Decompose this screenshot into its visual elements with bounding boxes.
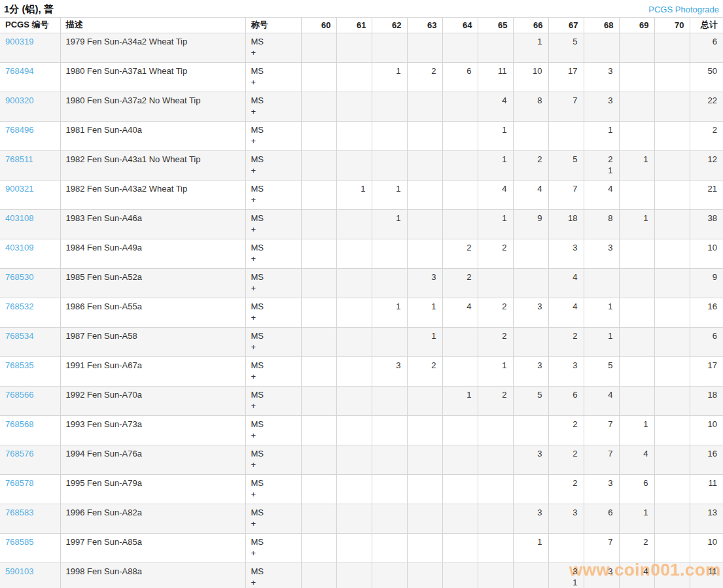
grade-61-count-cell: [336, 563, 372, 588]
coin-description: 1982 Fen Sun-A43a2 Wheat Tip: [60, 181, 245, 210]
pcgs-number-link[interactable]: 768585: [5, 536, 33, 547]
grade-61-count-cell: [336, 504, 372, 534]
grade-64-count-cell: [442, 328, 478, 357]
pcgs-number-link[interactable]: 768535: [5, 360, 33, 371]
grade-70-count-cell: [654, 33, 690, 63]
grade-62-count-cell: [372, 328, 407, 357]
grade-67-count-cell: 2: [548, 475, 584, 504]
coin-description: 1986 Fen Sun-A55a: [60, 298, 245, 328]
grade-68-count-cell: 6: [584, 504, 619, 534]
coin-description: 1983 Fen Sun-A46a: [60, 210, 245, 239]
page-title: 1分 (铝), 普: [4, 3, 54, 16]
pcgs-photograde-link[interactable]: PCGS Photograde: [648, 5, 719, 14]
grade-70-count-cell: [654, 92, 690, 122]
pcgs-number-link[interactable]: 768578: [5, 477, 33, 489]
grade-65-count-cell: 4: [478, 92, 513, 122]
grade-61-count-cell: [336, 122, 372, 151]
pcgs-number-link[interactable]: 403108: [5, 213, 33, 224]
grade-62-count-cell: 1: [372, 181, 407, 210]
grade-65-count-cell: 1: [478, 151, 513, 181]
grade-60-count-cell: [301, 33, 336, 63]
grade-64-count-cell: [442, 445, 478, 475]
grade-65-count-cell: 1: [478, 210, 513, 239]
total-count-cell: 6: [690, 33, 723, 63]
pcgs-number-cell: 768530: [0, 269, 60, 298]
pcgs-number-link[interactable]: 768530: [5, 271, 33, 283]
col-header-grade-68: 68: [584, 18, 619, 33]
pcgs-number-cell: 768494: [0, 63, 60, 92]
table-row: 4031081983 Fen Sun-A46aMS+119188138: [0, 210, 723, 239]
pcgs-number-cell: 768578: [0, 475, 60, 504]
grade-60-count-cell: [301, 122, 336, 151]
pcgs-number-link[interactable]: 590103: [5, 566, 33, 577]
grade-68-count-cell: 4: [584, 387, 619, 416]
pcgs-number-link[interactable]: 768583: [5, 507, 33, 518]
pcgs-number-link[interactable]: 900321: [5, 183, 33, 194]
grade-67-count-cell: 18: [548, 210, 584, 239]
total-count-cell: 9: [690, 269, 723, 298]
grade-61-count-cell: [336, 357, 372, 387]
col-header-description: 描述: [60, 18, 245, 33]
grade-63-count-cell: 1: [407, 298, 442, 328]
grade-60-count-cell: [301, 328, 336, 357]
pcgs-number-link[interactable]: 900320: [5, 95, 33, 106]
total-count-cell: 22: [690, 92, 723, 122]
grade-70-count-cell: [654, 210, 690, 239]
pcgs-number-link[interactable]: 768532: [5, 301, 33, 312]
pcgs-number-link[interactable]: 403109: [5, 242, 33, 253]
grade-60-count-cell: [301, 475, 336, 504]
designation-cell: MS+: [245, 239, 301, 269]
grade-68-count-cell: 1: [584, 298, 619, 328]
pcgs-number-link[interactable]: 768568: [5, 419, 33, 430]
total-count-cell: 10: [690, 239, 723, 269]
grade-69-count-cell: 1: [619, 210, 654, 239]
designation-cell: MS+: [245, 210, 301, 239]
grade-68-count-cell: 8: [584, 210, 619, 239]
pcgs-number-link[interactable]: 768496: [5, 124, 33, 135]
grade-68-count-cell: 1: [584, 122, 619, 151]
pcgs-number-cell: 768566: [0, 387, 60, 416]
grade-60-count-cell: [301, 269, 336, 298]
pcgs-number-link[interactable]: 768534: [5, 330, 33, 341]
pcgs-number-link[interactable]: 768511: [5, 154, 33, 165]
coin-description: 1995 Fen Sun-A79a: [60, 475, 245, 504]
grade-65-count-cell: 2: [478, 239, 513, 269]
pcgs-number-link[interactable]: 768494: [5, 65, 33, 77]
pcgs-number-cell: 768534: [0, 328, 60, 357]
designation-cell: MS+: [245, 151, 301, 181]
pcgs-number-cell: 768496: [0, 122, 60, 151]
table-row: 7685781995 Fen Sun-A79aMS+23611: [0, 475, 723, 504]
grade-63-count-cell: [407, 210, 442, 239]
grade-63-count-cell: [407, 534, 442, 563]
grade-63-count-cell: [407, 387, 442, 416]
grade-63-count-cell: [407, 504, 442, 534]
population-table: PCGS 编号描述称号6061626364656667686970总计 9003…: [0, 17, 723, 588]
total-count-cell: 50: [690, 63, 723, 92]
pcgs-number-link[interactable]: 768566: [5, 389, 33, 400]
col-header-grade-65: 65: [478, 18, 513, 33]
grade-69-count-cell: 4: [619, 445, 654, 475]
grade-65-count-cell: [478, 445, 513, 475]
grade-63-count-cell: [407, 92, 442, 122]
designation-cell: MS+: [245, 534, 301, 563]
grade-68-count-cell: 1: [584, 328, 619, 357]
grade-61-count-cell: [336, 151, 372, 181]
grade-70-count-cell: [654, 239, 690, 269]
pcgs-number-cell: 768583: [0, 504, 60, 534]
grade-69-count-cell: [619, 33, 654, 63]
designation-cell: MS+: [245, 33, 301, 63]
total-count-cell: 38: [690, 210, 723, 239]
col-header-pcgs-number: PCGS 编号: [0, 18, 60, 33]
grade-67-count-cell: 17: [548, 63, 584, 92]
col-header-grade-63: 63: [407, 18, 442, 33]
grade-61-count-cell: [336, 387, 372, 416]
grade-67-count-cell: [548, 534, 584, 563]
grade-66-count-cell: 3: [513, 504, 548, 534]
grade-65-count-cell: [478, 504, 513, 534]
grade-65-count-cell: 11: [478, 63, 513, 92]
pcgs-number-link[interactable]: 768576: [5, 448, 33, 459]
pcgs-number-link[interactable]: 900319: [5, 36, 33, 47]
grade-66-count-cell: 4: [513, 181, 548, 210]
grade-68-count-cell: [584, 33, 619, 63]
grade-63-count-cell: 1: [407, 328, 442, 357]
